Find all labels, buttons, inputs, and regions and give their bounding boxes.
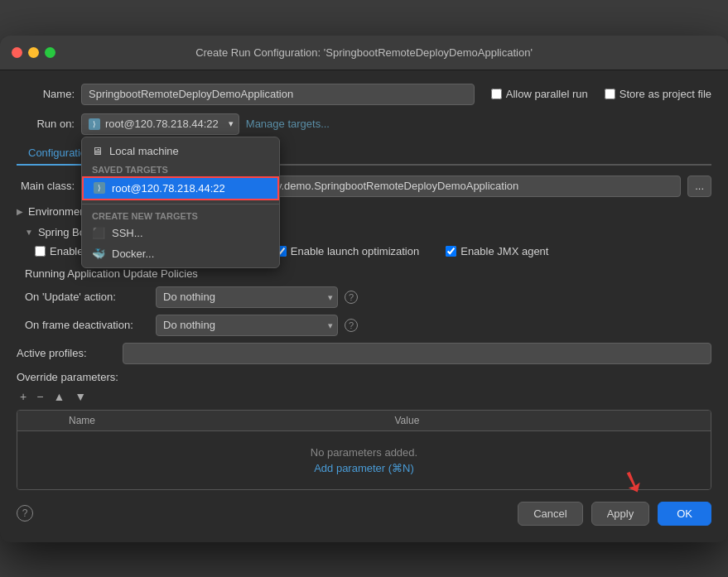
expand-arrow-icon: ▼ [25, 228, 33, 237]
dialog-content: Name: Allow parallel run Store as projec… [0, 70, 728, 542]
update-select[interactable]: Do nothing Update classes and resources … [156, 286, 338, 308]
titlebar: Create Run Configuration: 'SpringbootRem… [0, 36, 728, 70]
main-window: Create Run Configuration: 'SpringbootRem… [0, 36, 728, 542]
main-class-label: Main class: [17, 180, 75, 192]
manage-targets-link[interactable]: Manage targets... [246, 118, 330, 130]
name-label: Name: [17, 88, 75, 100]
traffic-lights [12, 47, 55, 58]
table-body: No parameters added. Add parameter (⌘N) [17, 431, 711, 489]
run-on-row: Run on: ⟩ root@120.78.218.44:22 🖥 Local … [17, 113, 711, 135]
cancel-button[interactable]: Cancel [518, 502, 582, 526]
frame-label: On frame deactivation: [25, 319, 149, 331]
col-value: Value [385, 411, 711, 430]
ssh-item[interactable]: ⬛ SSH... [82, 223, 279, 243]
saved-target-item[interactable]: ⟩ root@120.78.218.44:22 [82, 176, 279, 200]
create-new-header: Create New Targets [82, 208, 279, 223]
frame-policy-row: On frame deactivation: Do nothing Update… [25, 315, 711, 336]
store-project-checkbox[interactable] [605, 89, 615, 99]
server-selected-icon: ⟩ [94, 182, 105, 194]
params-toolbar: + − ▲ ▼ [17, 388, 711, 405]
active-profiles-input[interactable] [123, 343, 711, 364]
add-param-button[interactable]: + [17, 388, 30, 405]
enable-debug-checkbox[interactable] [35, 246, 46, 257]
local-machine-item[interactable]: 🖥 Local machine [82, 141, 279, 161]
col-name: Name [59, 411, 385, 430]
computer-icon: 🖥 [92, 145, 103, 157]
table-header: Name Value [17, 411, 711, 431]
docker-icon: 🐳 [92, 248, 105, 260]
running-app-title: Running Application Update Policies [25, 267, 711, 280]
update-select-wrapper: Do nothing Update classes and resources … [156, 286, 338, 308]
update-help-icon[interactable]: ? [345, 291, 358, 304]
frame-select[interactable]: Do nothing Update classes and resources … [156, 315, 338, 336]
name-input[interactable] [81, 84, 475, 105]
apply-button[interactable]: Apply [591, 502, 650, 526]
enable-jmx-checkbox[interactable] [446, 246, 456, 257]
close-button[interactable] [12, 47, 22, 58]
window-title: Create Run Configuration: 'SpringbootRem… [195, 46, 533, 59]
allow-parallel-checkbox[interactable] [491, 89, 502, 99]
server-icon: ⟩ [89, 118, 100, 130]
no-params-text: No parameters added. [311, 446, 417, 459]
name-row: Name: Allow parallel run Store as projec… [17, 84, 711, 105]
main-class-browse-button[interactable]: ... [687, 176, 711, 197]
footer-buttons: Cancel Apply OK [518, 502, 711, 526]
fullscreen-button[interactable] [45, 47, 55, 58]
frame-select-wrapper: Do nothing Update classes and resources … [156, 315, 338, 336]
docker-item[interactable]: 🐳 Docker... [82, 243, 279, 264]
help-button[interactable]: ? [17, 505, 33, 522]
move-up-button[interactable]: ▲ [50, 388, 68, 405]
move-down-button[interactable]: ▼ [71, 388, 89, 405]
add-param-link[interactable]: Add parameter (⌘N) [314, 462, 414, 474]
params-table: Name Value No parameters added. Add para… [17, 410, 711, 490]
enable-jmx-label: Enable JMX agent [446, 245, 548, 257]
remove-param-button[interactable]: − [33, 388, 46, 405]
update-label: On 'Update' action: [25, 291, 149, 303]
frame-help-icon[interactable]: ? [345, 319, 358, 332]
enable-launch-label: Enable launch optimization [276, 245, 419, 257]
run-on-label: Run on: [17, 118, 75, 130]
allow-parallel-label: Allow parallel run [491, 88, 588, 100]
minimize-button[interactable] [28, 47, 39, 58]
col-checkbox [17, 411, 59, 430]
footer-row: ? Cancel Apply OK [17, 502, 711, 529]
saved-targets-header: Saved targets [82, 161, 279, 176]
run-on-dropdown-wrapper: ⟩ root@120.78.218.44:22 🖥 Local machine … [81, 113, 239, 135]
environment-label: Environment [28, 205, 89, 218]
terminal-icon: ⬛ [92, 227, 105, 239]
override-params-section: Override parameters: + − ▲ ▼ Name Value … [17, 371, 711, 490]
collapse-arrow-icon: ▶ [17, 207, 23, 216]
ok-button[interactable]: OK [658, 502, 711, 526]
run-on-dropdown[interactable]: ⟩ root@120.78.218.44:22 [81, 113, 239, 135]
run-on-dropdown-menu: 🖥 Local machine Saved targets ⟩ root@120… [81, 137, 280, 268]
active-profiles-label: Active profiles: [17, 347, 116, 359]
update-policy-row: On 'Update' action: Do nothing Update cl… [25, 286, 711, 308]
store-project-label: Store as project file [605, 88, 711, 100]
override-params-label: Override parameters: [17, 371, 711, 383]
active-profiles-row: Active profiles: [17, 343, 711, 364]
